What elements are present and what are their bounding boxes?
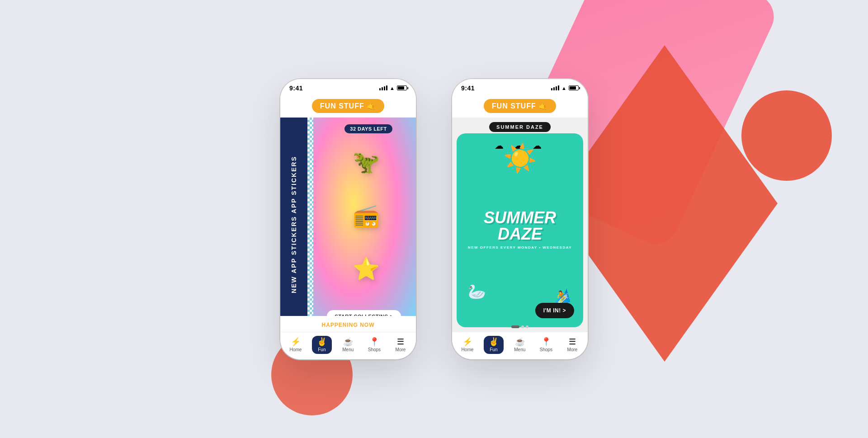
shops-label-1: Shops — [368, 347, 381, 352]
sun-character-art: ☀️ — [503, 142, 537, 174]
status-bar-1: 9:41 ▲ — [280, 79, 416, 95]
fun-stuff-badge-1: FUN STUFF 🤙 — [312, 99, 384, 113]
shops-icon-1: 📍 — [369, 338, 379, 346]
scroll-indicator-2 — [511, 325, 528, 328]
status-time-1: 9:41 — [289, 85, 303, 92]
menu-label-2: Menu — [514, 347, 525, 352]
signal-icon-2 — [551, 85, 559, 90]
phones-container: 9:41 ▲ FUN STUFF 🤙 — [280, 79, 588, 359]
phone2-content-area: SUMMER DAZE ☁ ☁ ☁ ☀️ SUMMER DAZE NEW OFF — [452, 118, 588, 332]
sticker-1: 🦖 — [353, 150, 380, 175]
summer-daze-pill: SUMMER DAZE — [489, 122, 551, 132]
more-label-2: More — [567, 347, 578, 352]
sticker-banner-text: NEW APP STICKERS APP STICKERS — [290, 156, 297, 293]
phone1-content-area: NEW APP STICKERS APP STICKERS 32 DAYS LE… — [280, 118, 416, 332]
wifi-icon-1: ▲ — [390, 85, 395, 91]
nav-shops-2[interactable]: 📍 Shops — [536, 336, 556, 354]
bottom-nav-2: ⚡ Home ✌️ Fun ☕ Menu 📍 Shops ☰ More — [452, 332, 588, 359]
nav-fun-1[interactable]: ✌️ Fun — [312, 336, 332, 354]
app-header-2: FUN STUFF 🤙 — [452, 95, 588, 118]
nav-home-2[interactable]: ⚡ Home — [458, 336, 477, 354]
home-label-2: Home — [462, 347, 474, 352]
fun-icon-1: ✌️ — [317, 338, 327, 346]
nav-menu-1[interactable]: ☕ Menu — [338, 336, 358, 354]
app-header-1: FUN STUFF 🤙 — [280, 95, 416, 118]
shops-icon-2: 📍 — [541, 338, 551, 346]
status-time-2: 9:41 — [461, 85, 475, 92]
scroll-dot-active — [511, 325, 519, 328]
sticker-banner-left: NEW APP STICKERS APP STICKERS — [280, 118, 307, 332]
nav-home-1[interactable]: ⚡ Home — [286, 336, 306, 354]
sticker-items: 🦖 📻 ⭐ — [316, 136, 416, 296]
phone2-summer-screen: SUMMER DAZE ☁ ☁ ☁ ☀️ SUMMER DAZE NEW OFF — [452, 118, 588, 332]
happening-now-label: HAPPENING NOW — [321, 322, 374, 328]
more-icon-1: ☰ — [397, 338, 404, 346]
status-icons-1: ▲ — [379, 85, 407, 91]
signal-icon-1 — [379, 85, 387, 90]
nav-menu-2[interactable]: ☕ Menu — [510, 336, 530, 354]
days-left-pill: 32 DAYS LEFT — [344, 124, 392, 133]
nav-shops-1[interactable]: 📍 Shops — [364, 336, 384, 354]
days-left-badge: 32 DAYS LEFT — [326, 124, 411, 133]
menu-label-1: Menu — [342, 347, 354, 352]
home-label-1: Home — [290, 347, 302, 352]
orange-circle-shape — [741, 90, 832, 181]
bottom-nav-1: ⚡ Home ✌️ Fun ☕ Menu 📍 Shops ☰ More — [280, 332, 416, 359]
status-bar-2: 9:41 ▲ — [452, 79, 588, 95]
fun-label-1: Fun — [318, 347, 326, 352]
shops-label-2: Shops — [540, 347, 552, 352]
nav-fun-2[interactable]: ✌️ Fun — [484, 336, 504, 354]
status-icons-2: ▲ — [551, 85, 579, 91]
battery-icon-2 — [569, 85, 579, 90]
im-in-button[interactable]: I'M IN! > — [535, 303, 574, 318]
phone-1: 9:41 ▲ FUN STUFF 🤙 — [280, 79, 416, 359]
phone-2: 9:41 ▲ FUN STUFF 🤙 — [452, 79, 588, 359]
nav-more-2[interactable]: ☰ More — [562, 336, 582, 354]
swan-decoration: 🦢 — [468, 283, 486, 300]
home-icon-2: ⚡ — [462, 338, 472, 346]
summer-daze-tag: SUMMER DAZE — [489, 122, 551, 132]
home-icon-1: ⚡ — [291, 338, 301, 346]
fun-icon-2: ✌️ — [489, 338, 499, 346]
nav-more-1[interactable]: ☰ More — [391, 336, 410, 354]
more-icon-2: ☰ — [569, 338, 576, 346]
title-line-1: SUMMER — [457, 210, 583, 226]
fun-label-2: Fun — [490, 347, 497, 352]
sticker-2: 📻 — [353, 203, 380, 228]
battery-icon-1 — [397, 85, 407, 90]
summer-daze-card: ☁ ☁ ☁ ☀️ SUMMER DAZE NEW OFFERS EVERY MO… — [457, 133, 583, 327]
scroll-dot-2 — [526, 325, 528, 328]
scroll-dot-1 — [521, 325, 524, 328]
menu-icon-1: ☕ — [343, 338, 353, 346]
sticker-3: ⭐ — [353, 256, 380, 282]
phone1-sticker-screen: NEW APP STICKERS APP STICKERS 32 DAYS LE… — [280, 118, 416, 332]
title-line-2: DAZE — [457, 226, 583, 242]
fun-stuff-badge-2: FUN STUFF 🤙 — [484, 99, 556, 113]
menu-icon-2: ☕ — [515, 338, 525, 346]
summer-daze-title-area: SUMMER DAZE NEW OFFERS EVERY MONDAY • WE… — [457, 210, 583, 251]
happening-now-section: HAPPENING NOW — [280, 316, 416, 332]
wifi-icon-2: ▲ — [561, 85, 566, 91]
summer-subtitle: NEW OFFERS EVERY MONDAY • WEDNESDAY — [457, 245, 583, 251]
more-label-1: More — [396, 347, 406, 352]
